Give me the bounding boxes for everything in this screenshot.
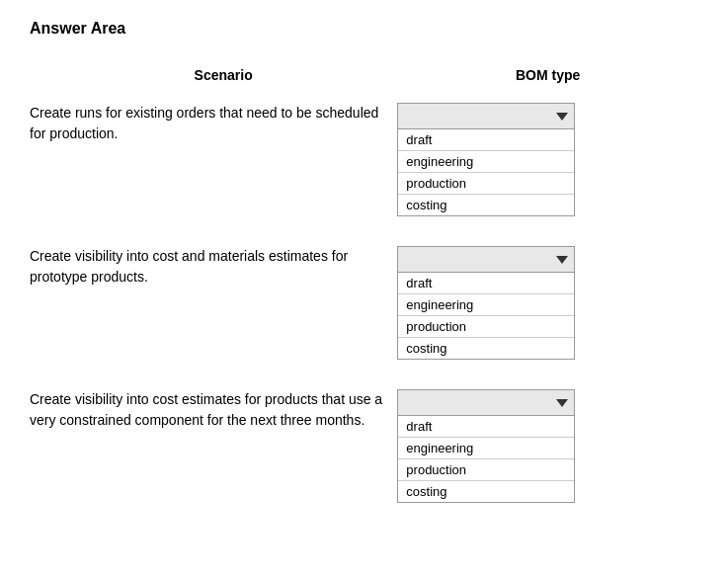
scenario-text-3: Create visibility into cost estimates fo…	[30, 379, 397, 523]
bom-dropdown-cell-1: draftengineeringproductioncosting	[397, 93, 698, 236]
scenario-header: Scenario	[30, 67, 397, 93]
page-title: Answer Area	[30, 20, 698, 38]
dropdown-option-2-2[interactable]: engineering	[398, 294, 574, 316]
scenario-text-1: Create runs for existing orders that nee…	[30, 93, 397, 236]
bom-dropdown-cell-2: draftengineeringproductioncosting	[397, 236, 698, 379]
chevron-down-icon	[556, 256, 568, 264]
table-row: Create visibility into cost estimates fo…	[30, 379, 698, 523]
dropdown-option-2-4[interactable]: costing	[398, 338, 574, 359]
dropdown-header-1[interactable]	[398, 104, 574, 129]
dropdown-1[interactable]: draftengineeringproductioncosting	[397, 103, 575, 216]
chevron-down-icon	[556, 399, 568, 407]
table-row: Create runs for existing orders that nee…	[30, 93, 698, 236]
dropdown-option-1-2[interactable]: engineering	[398, 151, 574, 173]
dropdown-option-3-2[interactable]: engineering	[398, 438, 574, 459]
dropdown-options-2: draftengineeringproductioncosting	[398, 273, 574, 359]
dropdown-option-2-1[interactable]: draft	[398, 273, 574, 294]
bom-dropdown-cell-3: draftengineeringproductioncosting	[397, 379, 698, 523]
dropdown-options-3: draftengineeringproductioncosting	[398, 416, 574, 502]
dropdown-option-1-4[interactable]: costing	[398, 195, 574, 215]
dropdown-option-3-3[interactable]: production	[398, 459, 574, 481]
bom-type-header: BOM type	[397, 67, 698, 93]
dropdown-option-2-3[interactable]: production	[398, 316, 574, 338]
chevron-down-icon	[556, 113, 568, 121]
dropdown-options-1: draftengineeringproductioncosting	[398, 129, 574, 215]
dropdown-option-1-3[interactable]: production	[398, 173, 574, 195]
dropdown-header-3[interactable]	[398, 390, 574, 416]
dropdown-3[interactable]: draftengineeringproductioncosting	[397, 389, 575, 503]
dropdown-option-1-1[interactable]: draft	[398, 129, 574, 151]
dropdown-option-3-4[interactable]: costing	[398, 481, 574, 502]
dropdown-option-3-1[interactable]: draft	[398, 416, 574, 438]
dropdown-2[interactable]: draftengineeringproductioncosting	[397, 246, 575, 360]
scenario-text-2: Create visibility into cost and material…	[30, 236, 397, 379]
dropdown-header-2[interactable]	[398, 247, 574, 273]
table-row: Create visibility into cost and material…	[30, 236, 698, 379]
